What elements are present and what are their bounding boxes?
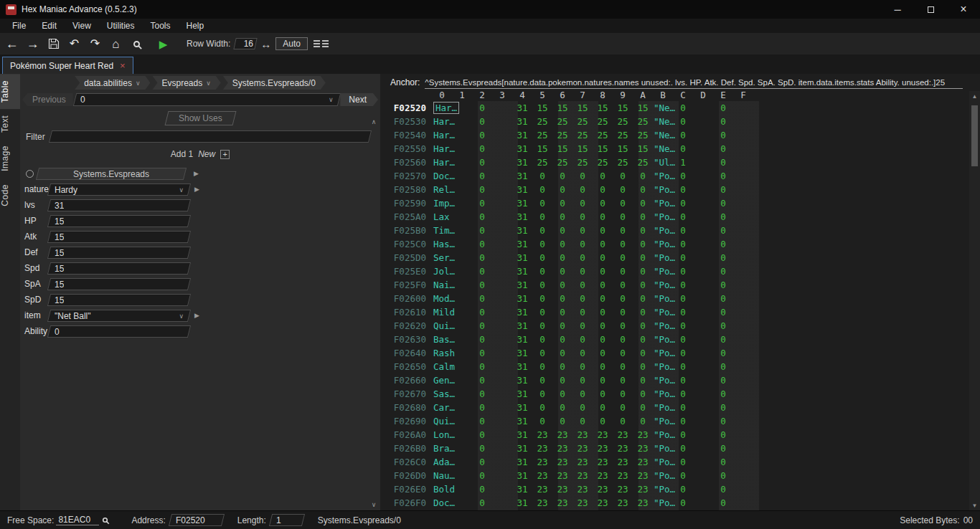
hex-cell-lvs[interactable]: 31 [512,156,532,169]
hex-cell-nature[interactable]: Ser… [432,251,472,264]
hex-cell-empty[interactable] [492,482,512,496]
hex-cell-stat[interactable]: 0 [613,373,633,387]
hex-cell-unused[interactable]: 0 [713,319,733,333]
hex-cell-stat[interactable]: 23 [552,469,573,482]
hex-cell-lvs[interactable]: 31 [512,496,532,510]
hex-cell-empty[interactable] [693,496,713,510]
hex-cell-stat[interactable]: 0 [593,333,613,346]
run-button[interactable]: ▶ [153,34,174,53]
hex-cell-stat[interactable]: 0 [633,183,653,196]
hex-cell-empty[interactable] [492,264,512,278]
hex-cell-item[interactable]: "Ne… [653,128,673,142]
hex-cell-stat[interactable]: 0 [633,346,653,360]
hex-cell-item[interactable]: "Po… [653,237,673,251]
hex-cell-stat[interactable]: 25 [532,156,552,169]
hex-cell-ability[interactable]: 0 [673,251,693,264]
hex-cell-unused[interactable]: 0 [472,156,492,169]
hex-cell-stat[interactable]: 0 [613,224,633,237]
close-button[interactable]: × [947,0,980,19]
hex-cell-stat[interactable]: 23 [613,428,633,442]
hex-cell-stat[interactable]: 0 [532,169,552,183]
hex-cell-item[interactable]: "Po… [653,224,673,237]
hex-cell-empty[interactable] [693,428,713,442]
hex-cell-stat[interactable]: 23 [552,496,573,510]
hex-cell-stat[interactable]: 0 [552,183,573,196]
hex-cell-stat[interactable]: 0 [633,360,653,373]
scroll-down-icon[interactable]: ▼ [972,500,978,510]
hex-cell-stat[interactable]: 0 [633,237,653,251]
hex-cell-stat[interactable]: 0 [573,333,593,346]
breadcrumb-data-abilities[interactable]: data.abilities∨ [75,76,150,90]
hex-cell-stat[interactable]: 25 [552,156,573,169]
hex-cell-stat[interactable]: 0 [633,387,653,401]
hex-cell-stat[interactable]: 0 [593,373,613,387]
hex-cell-stat[interactable]: 15 [573,101,593,115]
hex-cell-empty[interactable] [492,469,512,482]
hex-cell-empty[interactable] [693,373,713,387]
hex-cell-unused[interactable]: 0 [472,142,492,156]
hex-cell-empty[interactable] [693,196,713,210]
side-tab-code[interactable]: Code [0,178,20,213]
hex-cell-item[interactable]: "Ne… [653,115,673,128]
row-width-input[interactable]: 16 [234,38,258,49]
hex-cell-stat[interactable]: 23 [593,428,613,442]
hex-cell-stat[interactable]: 15 [552,101,573,115]
hex-cell-empty[interactable] [492,442,512,455]
hex-cell-lvs[interactable]: 31 [512,360,532,373]
hex-cell-stat[interactable]: 0 [633,196,653,210]
hex-cell-ability[interactable]: 0 [673,414,693,428]
hex-cell-stat[interactable]: 23 [573,428,593,442]
hex-cell-unused[interactable]: 0 [472,128,492,142]
hex-cell-stat[interactable]: 25 [593,156,613,169]
hex-cell-empty[interactable] [693,305,713,319]
hex-cell-stat[interactable]: 0 [593,292,613,305]
hex-cell-stat[interactable]: 0 [613,183,633,196]
hex-cell-unused[interactable]: 0 [713,115,733,128]
hex-cell-stat[interactable]: 15 [633,101,653,115]
hex-cell-ability[interactable]: 0 [673,442,693,455]
home-button[interactable]: ⌂ [105,34,126,53]
address-input[interactable]: F02520 [169,514,225,526]
hex-cell-lvs[interactable]: 31 [512,292,532,305]
hex-cell-stat[interactable]: 0 [613,237,633,251]
menu-view[interactable]: View [65,20,99,32]
hex-cell-empty[interactable] [492,169,512,183]
hex-cell-unused[interactable]: 0 [472,482,492,496]
hex-cell-stat[interactable]: 0 [613,333,633,346]
hex-cell-unused[interactable]: 0 [713,264,733,278]
hex-cell-stat[interactable]: 23 [613,469,633,482]
hex-cell-stat[interactable]: 23 [573,496,593,510]
hex-cell-nature[interactable]: Lon… [432,428,472,442]
redo-button[interactable]: ↷ [85,34,105,53]
hex-cell-empty[interactable] [733,414,753,428]
hex-cell-stat[interactable]: 0 [613,360,633,373]
hex-cell-unused[interactable]: 0 [713,224,733,237]
hex-cell-nature[interactable]: Doc… [432,496,472,510]
hex-cell-unused[interactable]: 0 [713,496,733,510]
hex-cell-stat[interactable]: 0 [552,305,573,319]
hex-cell-unused[interactable]: 0 [472,360,492,373]
hex-cell-stat[interactable]: 0 [532,196,552,210]
hex-cell-unused[interactable]: 0 [713,373,733,387]
group-title-banner[interactable]: Systems.Evspreads [36,168,187,180]
hex-cell-nature[interactable]: Jol… [432,264,472,278]
hex-cell-nature[interactable]: Rash [432,346,472,360]
hex-cell-unused[interactable]: 0 [713,428,733,442]
hex-cell-stat[interactable]: 23 [532,455,552,469]
hex-cell-lvs[interactable]: 31 [512,305,532,319]
hex-cell-unused[interactable]: 0 [472,292,492,305]
hex-cell-stat[interactable]: 15 [532,101,552,115]
hex-cell-ability[interactable]: 1 [673,156,693,169]
hex-cell-empty[interactable] [693,401,713,414]
scrollbar-thumb[interactable] [971,105,978,166]
hex-cell-empty[interactable] [733,292,753,305]
hex-cell-stat[interactable]: 0 [593,346,613,360]
field-input-hp[interactable]: 15 [47,215,191,227]
hex-cell-stat[interactable]: 0 [573,414,593,428]
hex-cell-unused[interactable]: 0 [472,333,492,346]
hex-cell-empty[interactable] [693,387,713,401]
hex-cell-empty[interactable] [733,360,753,373]
hex-cell-lvs[interactable]: 31 [512,237,532,251]
hex-cell-stat[interactable]: 0 [633,373,653,387]
hex-cell-stat[interactable]: 25 [633,128,653,142]
